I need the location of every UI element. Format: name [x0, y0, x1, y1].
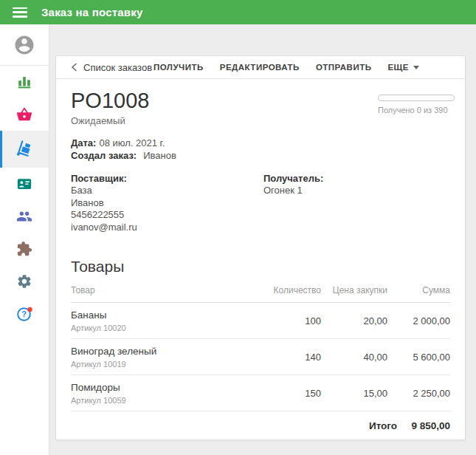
product-qty: 150 — [251, 388, 321, 399]
edit-button[interactable]: РЕДАКТИРОВАТЬ — [220, 63, 300, 72]
sidebar-item-settings[interactable] — [0, 265, 49, 298]
table-row[interactable]: Виноград зеленый Артикул 10019 140 40,00… — [71, 339, 450, 375]
sidebar: ? — [0, 24, 49, 455]
app-bar: Заказ на поставку — [0, 0, 476, 24]
sidebar-item-help[interactable]: ? — [0, 298, 49, 330]
back-link-label: Список заказов — [83, 62, 152, 73]
hand-truck-icon — [15, 140, 33, 158]
product-name: Виноград зеленый — [71, 346, 251, 358]
sidebar-item-purchase-orders[interactable] — [0, 131, 49, 168]
product-sku: Артикул 10020 — [71, 324, 251, 332]
product-price: 20,00 — [321, 315, 387, 326]
order-toolbar: Список заказов ПОЛУЧИТЬ РЕДАКТИРОВАТЬ ОТ… — [56, 56, 465, 79]
progress-label: Получено 0 из 390 — [378, 106, 455, 114]
sidebar-item-integrations[interactable] — [0, 233, 49, 265]
supplier-line: ivanov@mail.ru — [71, 222, 263, 234]
order-header: PO1008 Ожидаемый Получено 0 из 390 — [56, 79, 465, 126]
contact-card-icon — [16, 176, 32, 192]
product-price: 15,00 — [321, 388, 387, 399]
received-progress: Получено 0 из 390 — [378, 95, 455, 126]
hamburger-menu-icon[interactable] — [13, 7, 27, 18]
product-qty: 100 — [251, 315, 321, 326]
product-sku: Артикул 10059 — [71, 396, 251, 405]
total-row: Итого 9 850,00 — [71, 411, 450, 439]
toolbar-actions: ПОЛУЧИТЬ РЕДАКТИРОВАТЬ ОТПРАВИТЬ ЕЩЕ — [154, 63, 450, 72]
table-row[interactable]: Бананы Артикул 10020 100 20,00 2 000,00 — [71, 303, 450, 339]
send-button[interactable]: ОТПРАВИТЬ — [316, 63, 372, 72]
products-section-title: Товары — [56, 233, 465, 276]
product-sku: Артикул 10019 — [71, 360, 251, 369]
gear-icon — [16, 273, 32, 290]
supplier-label: Поставщик: — [71, 172, 263, 185]
sidebar-item-contacts[interactable] — [0, 168, 49, 200]
more-button-label: ЕЩЕ — [387, 63, 409, 72]
sidebar-item-profile[interactable] — [0, 24, 49, 65]
sidebar-item-statistics[interactable] — [0, 66, 49, 98]
creator-value: Иванов — [143, 150, 176, 161]
progress-bar — [378, 95, 455, 101]
bar-chart-icon — [16, 74, 32, 90]
column-header-price: Цена закупки — [321, 285, 387, 295]
chevron-down-icon — [413, 66, 419, 69]
order-card: Список заказов ПОЛУЧИТЬ РЕДАКТИРОВАТЬ ОТ… — [55, 55, 466, 440]
recipient-label: Получатель: — [263, 172, 323, 185]
back-chevron-icon — [71, 63, 77, 72]
receive-button[interactable]: ПОЛУЧИТЬ — [154, 63, 204, 72]
more-button[interactable]: ЕЩЕ — [387, 63, 419, 72]
main-area: Список заказов ПОЛУЧИТЬ РЕДАКТИРОВАТЬ ОТ… — [49, 24, 476, 455]
order-status: Ожидаемый — [71, 115, 149, 126]
help-circle-icon: ? — [15, 305, 33, 323]
total-label: Итого — [369, 420, 397, 431]
recipient-line: Огонек 1 — [263, 185, 323, 197]
order-number: PO1008 — [71, 88, 149, 113]
page-title: Заказ на поставку — [41, 6, 143, 18]
date-value: 08 июл. 2021 г. — [99, 137, 165, 148]
product-sum: 2 250,00 — [387, 388, 450, 399]
products-table: Товар Количество Цена закупки Сумма Бана… — [71, 285, 450, 439]
avatar-icon — [13, 34, 35, 56]
sidebar-item-sales[interactable] — [0, 98, 49, 131]
creator-label: Создал заказ: — [71, 150, 137, 161]
app-window: Заказ на поставку — [0, 0, 476, 455]
product-qty: 140 — [251, 352, 321, 363]
product-sum: 2 000,00 — [387, 315, 450, 326]
supplier-line: 5456222555 — [71, 209, 263, 222]
column-header-quantity: Количество — [251, 285, 321, 295]
product-sum: 5 600,00 — [387, 352, 450, 363]
supplier-block: Поставщик: База Иванов 5456222555 ivanov… — [71, 172, 263, 233]
product-name: Бананы — [71, 309, 251, 321]
product-name: Помидоры — [71, 382, 251, 394]
date-label: Дата: — [71, 137, 96, 148]
recipient-block: Получатель: Огонек 1 — [263, 172, 323, 233]
people-icon — [16, 208, 32, 225]
basket-icon — [16, 106, 32, 123]
order-meta: Дата:08 июл. 2021 г. Создал заказ:Иванов — [56, 126, 465, 162]
supplier-line: База — [71, 185, 263, 197]
column-header-product: Товар — [71, 285, 251, 295]
total-sum: 9 850,00 — [397, 420, 450, 431]
supplier-line: Иванов — [71, 197, 263, 210]
column-header-sum: Сумма — [387, 285, 450, 295]
svg-text:?: ? — [21, 309, 27, 318]
products-table-header: Товар Количество Цена закупки Сумма — [71, 285, 450, 303]
puzzle-icon — [16, 241, 32, 257]
table-row[interactable]: Помидоры Артикул 10059 150 15,00 2 250,0… — [71, 375, 450, 411]
sidebar-item-staff[interactable] — [0, 200, 49, 233]
order-parties: Поставщик: База Иванов 5456222555 ivanov… — [56, 162, 465, 233]
product-price: 40,00 — [321, 352, 387, 363]
back-to-orders-link[interactable]: Список заказов — [71, 62, 152, 73]
